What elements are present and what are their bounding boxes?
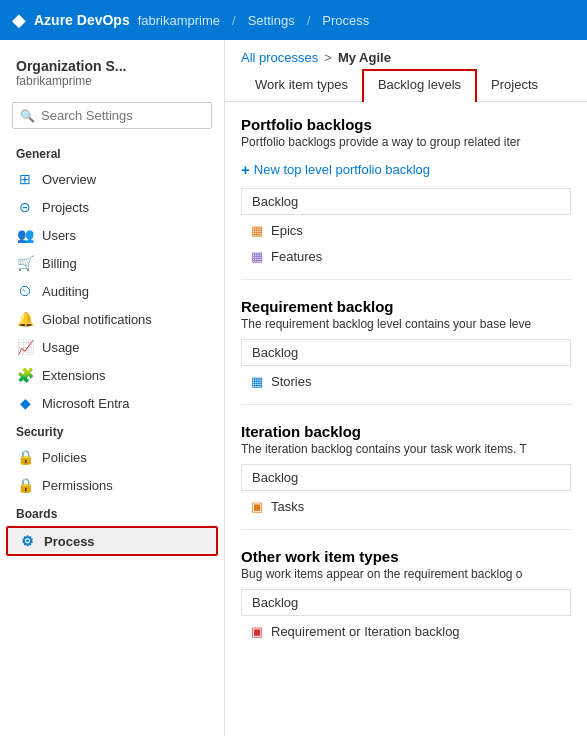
tasks-icon: ▣ <box>251 499 263 514</box>
sidebar-item-users[interactable]: 👥 Users <box>0 221 224 249</box>
usage-icon: 📈 <box>16 339 34 355</box>
epics-icon: ▦ <box>251 223 263 238</box>
auditing-icon: ⏲ <box>16 283 34 299</box>
stories-label: Stories <box>271 374 311 389</box>
other-backlog-req-iter[interactable]: ▣ Requirement or Iteration backlog <box>241 620 571 643</box>
sidebar-item-projects[interactable]: ⊝ Projects <box>0 193 224 221</box>
sidebar-item-policies[interactable]: 🔒 Policies <box>0 443 224 471</box>
requirement-backlog-stories[interactable]: ▦ Stories <box>241 370 571 393</box>
topbar-process[interactable]: Process <box>322 13 369 28</box>
billing-icon: 🛒 <box>16 255 34 271</box>
divider-1 <box>241 279 571 280</box>
sidebar-item-label: Usage <box>42 340 80 355</box>
topbar: ◆ Azure DevOps fabrikamprime / Settings … <box>0 0 587 40</box>
requirement-backlog-title: Requirement backlog <box>241 298 571 315</box>
sidebar-item-auditing[interactable]: ⏲ Auditing <box>0 277 224 305</box>
main-layout: Organization S... fabrikamprime 🔍 Genera… <box>0 40 587 736</box>
features-icon: ▦ <box>251 249 263 264</box>
entra-icon: ◆ <box>16 395 34 411</box>
topbar-settings[interactable]: Settings <box>248 13 295 28</box>
sidebar: Organization S... fabrikamprime 🔍 Genera… <box>0 40 225 736</box>
other-backlog-header: Backlog <box>241 589 571 616</box>
req-iter-icon: ▣ <box>251 624 263 639</box>
section-security-label: Security <box>0 417 224 443</box>
sidebar-item-label: Auditing <box>42 284 89 299</box>
features-label: Features <box>271 249 322 264</box>
page-content: Portfolio backlogs Portfolio backlogs pr… <box>225 102 587 736</box>
iteration-backlog-title: Iteration backlog <box>241 423 571 440</box>
sidebar-item-label: Permissions <box>42 478 113 493</box>
sidebar-search-container: 🔍 <box>12 102 212 129</box>
sidebar-item-global-notifications[interactable]: 🔔 Global notifications <box>0 305 224 333</box>
divider-2 <box>241 404 571 405</box>
tabs-bar: Work item types Backlog levels Projects <box>225 69 587 102</box>
sidebar-item-label: Projects <box>42 200 89 215</box>
sidebar-item-extensions[interactable]: 🧩 Extensions <box>0 361 224 389</box>
sidebar-item-label: Microsoft Entra <box>42 396 129 411</box>
other-work-items-title: Other work item types <box>241 548 571 565</box>
breadcrumb: All processes > My Agile <box>225 40 587 69</box>
iteration-backlog-section: Iteration backlog The iteration backlog … <box>225 409 587 525</box>
portfolio-backlogs-section: Portfolio backlogs Portfolio backlogs pr… <box>225 102 587 275</box>
content-area: All processes > My Agile Work item types… <box>225 40 587 736</box>
sidebar-item-usage[interactable]: 📈 Usage <box>0 333 224 361</box>
divider-3 <box>241 529 571 530</box>
topbar-org[interactable]: fabrikamprime <box>138 13 220 28</box>
policies-icon: 🔒 <box>16 449 34 465</box>
topbar-sep1: / <box>232 13 236 28</box>
sidebar-item-billing[interactable]: 🛒 Billing <box>0 249 224 277</box>
requirement-backlog-section: Requirement backlog The requirement back… <box>225 284 587 400</box>
sidebar-item-overview[interactable]: ⊞ Overview <box>0 165 224 193</box>
sidebar-item-microsoft-entra[interactable]: ◆ Microsoft Entra <box>0 389 224 417</box>
tab-projects[interactable]: Projects <box>477 69 552 102</box>
portfolio-backlog-epics[interactable]: ▦ Epics <box>241 219 571 242</box>
sidebar-item-label: Extensions <box>42 368 106 383</box>
topbar-sep2: / <box>307 13 311 28</box>
sidebar-selected-box: ⚙ Process <box>6 526 218 556</box>
req-iter-label: Requirement or Iteration backlog <box>271 624 460 639</box>
extensions-icon: 🧩 <box>16 367 34 383</box>
sidebar-org: Organization S... fabrikamprime <box>0 48 224 96</box>
sidebar-item-label: Global notifications <box>42 312 152 327</box>
topbar-brand[interactable]: Azure DevOps <box>34 12 130 28</box>
projects-icon: ⊝ <box>16 199 34 215</box>
search-icon: 🔍 <box>20 109 35 123</box>
portfolio-backlogs-desc: Portfolio backlogs provide a way to grou… <box>241 135 571 149</box>
azure-devops-logo: ◆ <box>12 9 26 31</box>
org-sub: fabrikamprime <box>16 74 208 88</box>
other-work-items-section: Other work item types Bug work items app… <box>225 534 587 650</box>
sidebar-item-process[interactable]: ⚙ Process <box>8 528 216 554</box>
section-general-label: General <box>0 139 224 165</box>
org-name: Organization S... <box>16 58 208 74</box>
sidebar-item-label: Policies <box>42 450 87 465</box>
breadcrumb-all-processes[interactable]: All processes <box>241 50 318 65</box>
portfolio-backlog-features[interactable]: ▦ Features <box>241 245 571 268</box>
epics-label: Epics <box>271 223 303 238</box>
iteration-backlog-desc: The iteration backlog contains your task… <box>241 442 571 456</box>
breadcrumb-arrow: > <box>324 50 332 65</box>
sidebar-item-permissions[interactable]: 🔒 Permissions <box>0 471 224 499</box>
search-wrap: 🔍 <box>12 102 212 129</box>
add-portfolio-label: New top level portfolio backlog <box>254 162 430 177</box>
permissions-icon: 🔒 <box>16 477 34 493</box>
sidebar-item-label: Process <box>44 534 95 549</box>
breadcrumb-current: My Agile <box>338 50 391 65</box>
process-icon: ⚙ <box>18 533 36 549</box>
tab-work-item-types[interactable]: Work item types <box>241 69 362 102</box>
portfolio-backlog-header: Backlog <box>241 188 571 215</box>
add-portfolio-backlog-link[interactable]: + New top level portfolio backlog <box>241 157 571 182</box>
tasks-label: Tasks <box>271 499 304 514</box>
requirement-backlog-desc: The requirement backlog level contains y… <box>241 317 571 331</box>
tab-backlog-levels[interactable]: Backlog levels <box>362 69 477 102</box>
stories-icon: ▦ <box>251 374 263 389</box>
plus-icon: + <box>241 161 250 178</box>
search-input[interactable] <box>12 102 212 129</box>
other-work-items-desc: Bug work items appear on the requirement… <box>241 567 571 581</box>
portfolio-backlogs-title: Portfolio backlogs <box>241 116 571 133</box>
users-icon: 👥 <box>16 227 34 243</box>
section-boards-label: Boards <box>0 499 224 525</box>
iteration-backlog-header: Backlog <box>241 464 571 491</box>
sidebar-item-label: Overview <box>42 172 96 187</box>
iteration-backlog-tasks[interactable]: ▣ Tasks <box>241 495 571 518</box>
sidebar-item-label: Users <box>42 228 76 243</box>
